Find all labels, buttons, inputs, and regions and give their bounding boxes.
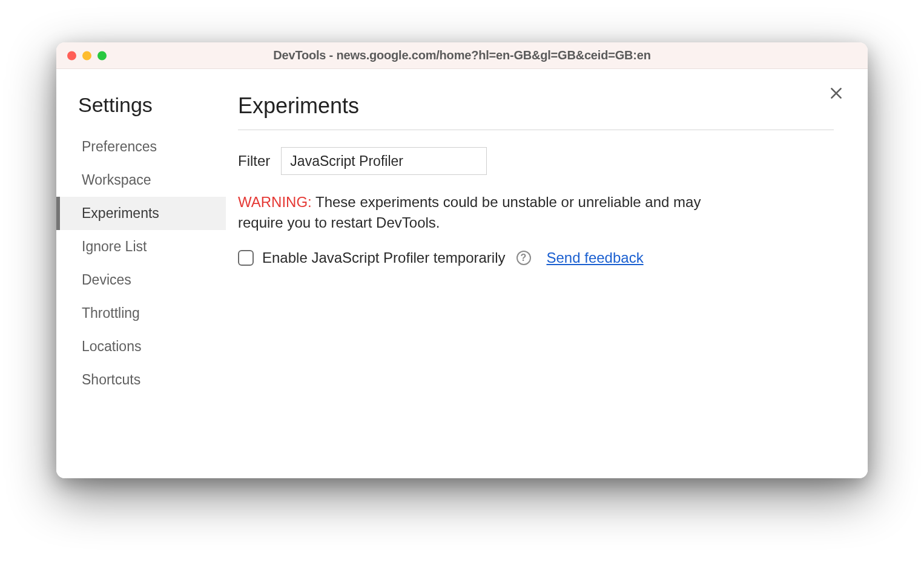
minimize-window-button[interactable] [82, 51, 91, 60]
sidebar-item-label: Throttling [82, 305, 140, 321]
warning-text: WARNING: These experiments could be unst… [238, 192, 734, 232]
sidebar-item-ignore-list[interactable]: Ignore List [56, 230, 226, 263]
filter-row: Filter [238, 147, 834, 175]
sidebar-item-label: Devices [82, 272, 131, 288]
settings-title: Settings [56, 93, 226, 130]
sidebar-item-shortcuts[interactable]: Shortcuts [56, 363, 226, 397]
window-title: DevTools - news.google.com/home?hl=en-GB… [56, 48, 868, 62]
sidebar-item-experiments[interactable]: Experiments [56, 197, 226, 230]
sidebar-item-label: Ignore List [82, 239, 147, 254]
header-divider [238, 130, 834, 130]
warning-prefix: WARNING: [238, 194, 312, 210]
sidebar-item-label: Workspace [82, 172, 151, 188]
sidebar-item-preferences[interactable]: Preferences [56, 130, 226, 163]
sidebar-item-label: Locations [82, 338, 141, 354]
main-panel: Experiments Filter WARNING: These experi… [226, 69, 868, 478]
close-window-button[interactable] [67, 51, 76, 60]
filter-label: Filter [238, 153, 270, 170]
sidebar-item-devices[interactable]: Devices [56, 263, 226, 297]
close-settings-button[interactable] [828, 85, 845, 102]
experiment-row: Enable JavaScript Profiler temporarily ?… [238, 249, 834, 266]
content-area: Settings Preferences Workspace Experimen… [56, 69, 868, 478]
sidebar-item-throttling[interactable]: Throttling [56, 297, 226, 330]
close-icon [828, 85, 844, 101]
send-feedback-link[interactable]: Send feedback [547, 249, 644, 266]
settings-nav: Preferences Workspace Experiments Ignore… [56, 130, 226, 397]
sidebar-item-label: Experiments [82, 205, 159, 221]
settings-sidebar: Settings Preferences Workspace Experimen… [56, 69, 226, 478]
sidebar-item-label: Preferences [82, 139, 157, 154]
page-title: Experiments [238, 93, 359, 130]
sidebar-item-locations[interactable]: Locations [56, 330, 226, 363]
main-header: Experiments [238, 93, 834, 130]
experiment-checkbox[interactable] [238, 250, 254, 266]
sidebar-item-workspace[interactable]: Workspace [56, 163, 226, 197]
help-icon[interactable]: ? [516, 251, 531, 265]
experiment-label: Enable JavaScript Profiler temporarily [262, 249, 506, 266]
fullscreen-window-button[interactable] [97, 51, 107, 60]
filter-input[interactable] [281, 147, 487, 175]
devtools-window: DevTools - news.google.com/home?hl=en-GB… [56, 42, 868, 478]
titlebar: DevTools - news.google.com/home?hl=en-GB… [56, 42, 868, 69]
traffic-lights [67, 51, 107, 60]
sidebar-item-label: Shortcuts [82, 372, 140, 387]
